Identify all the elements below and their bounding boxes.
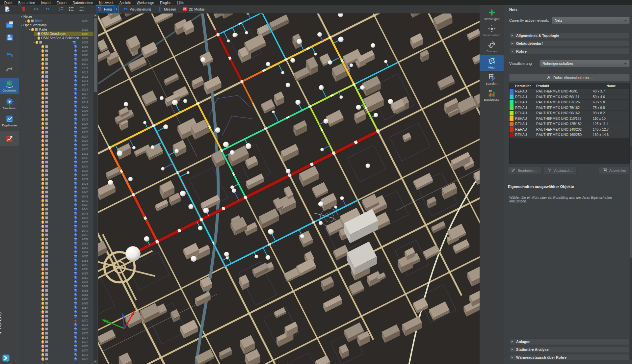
tree-row[interactable]: Holbeinstraße 125, Holbeinstra1042 [19, 198, 93, 203]
tree-row[interactable]: ▾OpenStreetMap [19, 23, 93, 27]
visibility-bulb-icon[interactable] [36, 41, 38, 44]
visibility-bulb-icon[interactable] [41, 203, 44, 207]
selection-checkbox[interactable] [45, 161, 48, 164]
visibility-bulb-icon[interactable] [41, 191, 44, 194]
mode-ergebnisse[interactable]: Ergebnisse [0, 113, 19, 129]
tree-row[interactable]: Schandauer Straße 61 HH1006 [19, 44, 93, 49]
visualization-button[interactable]: Visualisierung [122, 5, 152, 13]
tree-row[interactable]: Pillnitzer Landstraße 281065 [19, 297, 93, 301]
visibility-bulb-icon[interactable] [41, 289, 44, 292]
tree-row[interactable]: OSM-Gebäude1011 [19, 66, 93, 70]
undo-button[interactable] [5, 51, 14, 60]
selection-checkbox[interactable] [45, 156, 48, 159]
visibility-bulb-icon[interactable] [41, 263, 44, 267]
tree-row[interactable]: Thiemestraße 81017 [19, 91, 93, 96]
selection-checkbox[interactable] [45, 182, 48, 185]
selection-checkbox[interactable] [45, 242, 48, 245]
visibility-bulb-icon[interactable] [41, 327, 44, 331]
visibility-bulb-icon[interactable] [41, 126, 44, 130]
tree-row[interactable]: OSM-Gebäude1059 [19, 271, 93, 275]
selection-checkbox[interactable] [45, 79, 48, 82]
menu-item-bearbeiten[interactable]: Bearbeiten [15, 1, 38, 5]
visibility-bulb-icon[interactable] [41, 310, 44, 314]
visibility-bulb-icon[interactable] [41, 302, 44, 305]
visibility-bulb-icon[interactable] [41, 349, 44, 352]
menu-item-plugins[interactable]: Plugins [157, 1, 174, 5]
tree-row[interactable]: Thielaustraße 41058 [19, 267, 93, 271]
visibility-bulb-icon[interactable] [41, 255, 44, 258]
item-list-button[interactable] [67, 5, 75, 13]
selection-checkbox[interactable] [45, 92, 48, 95]
visibility-bulb-icon[interactable] [41, 306, 44, 309]
tree-row[interactable]: Heinrich-Schütz-Straße 221067 [19, 305, 93, 310]
selection-checkbox[interactable] [45, 135, 48, 138]
section-allgemeines-topologie[interactable]: ▶Allgemeines & Topologie [509, 32, 630, 39]
tree-row[interactable]: Mühlbacher Straße 10, Mühlba1049 [19, 228, 93, 233]
visibility-bulb-icon[interactable] [41, 131, 44, 134]
visibility-bulb-icon[interactable] [41, 105, 44, 108]
selection-checkbox[interactable] [45, 71, 48, 74]
selection-checkbox[interactable] [45, 186, 48, 189]
visibility-bulb-icon[interactable] [41, 242, 44, 245]
tree-row[interactable]: Hüblerstraße 191076 [19, 344, 93, 348]
selection-checkbox[interactable] [45, 152, 48, 155]
tool-ergebnisse[interactable]: Ergebnisse [480, 87, 504, 103]
tree-row[interactable]: OSM-Gebäude1018 [19, 96, 93, 100]
menu-item-hilfe[interactable]: Hilfe [174, 1, 187, 5]
selection-checkbox[interactable] [45, 332, 48, 335]
tree-row[interactable]: Toeplerstraße 71071 [19, 323, 93, 327]
visibility-bulb-icon[interactable] [41, 173, 44, 177]
selection-checkbox[interactable] [45, 246, 48, 249]
selection-checkbox[interactable] [45, 276, 48, 279]
visibility-bulb-icon[interactable] [41, 186, 44, 190]
visibility-bulb-icon[interactable] [41, 101, 44, 104]
visibility-bulb-icon[interactable] [41, 84, 44, 87]
selection-checkbox[interactable] [45, 229, 48, 232]
filter-list-button[interactable] [78, 5, 85, 13]
tree-row[interactable]: OSM-Gebäude1060 [19, 275, 93, 280]
edit-pipe-button[interactable]: Bearbeiten... [507, 167, 541, 174]
tree-row[interactable]: Bodenbacher Straße 16, Boden1078 [19, 352, 93, 357]
selection-checkbox[interactable] [45, 173, 48, 176]
visibility-bulb-icon[interactable] [27, 19, 30, 23]
visibility-bulb-icon[interactable] [41, 54, 44, 57]
tree-row[interactable]: Elsasser Straße 1, Elsasser Straß1051 [19, 237, 93, 241]
tree-row[interactable]: Hans-Böhm-Straße 21062 [19, 284, 93, 288]
tool-netz[interactable]: Netz [480, 55, 504, 71]
tree-row[interactable]: OSM-Gebäude1040 [19, 190, 93, 194]
tree-row[interactable]: OSM-Gebäude1038 [19, 181, 93, 186]
tree-row[interactable]: ▸Netz1000 [19, 19, 93, 23]
tree-row[interactable]: Stresemannplatz 21023 [19, 117, 93, 121]
visibility-bulb-icon[interactable] [41, 199, 44, 202]
section-wärmeaustausch-über-rohre[interactable]: ▶Wärmeaustausch über Rohre [509, 354, 630, 361]
tree-row[interactable]: Robert-Diez-Straße 131021 [19, 109, 93, 113]
tree-row[interactable]: Beilstraße 171028 [19, 139, 93, 143]
panel-scroll-thumb[interactable] [630, 160, 632, 258]
chevron-right-icon[interactable]: ▸ [24, 20, 27, 22]
tree-row[interactable]: Goetheallee 36a1033 [19, 160, 93, 164]
menu-item-datei[interactable]: Datei [1, 1, 15, 5]
tree-row[interactable]: Altenberger Straße 30, Altenber1035 [19, 169, 93, 173]
tree-row[interactable]: OSM-Gebäude1031 [19, 151, 93, 156]
selection-checkbox[interactable] [45, 122, 48, 125]
visibility-bulb-icon[interactable] [41, 143, 44, 147]
mode-geometrie[interactable]: Geometrie [0, 78, 19, 94]
visibility-bulb-icon[interactable] [38, 32, 40, 36]
exchange-pipe-button[interactable]: Austausch... [544, 167, 577, 174]
visibility-bulb-icon[interactable] [41, 79, 44, 83]
tree-row[interactable]: Winterbergstraße 18c1020 [19, 104, 93, 109]
chevron-down-icon[interactable]: ▾ [20, 24, 23, 27]
tree-row[interactable]: Altenberger Straße 291044 [19, 207, 93, 211]
visibility-bulb-icon[interactable] [41, 208, 44, 211]
selection-checkbox[interactable] [45, 259, 48, 262]
visualisierung-dropdown[interactable]: Rohreigenschaften [540, 60, 630, 67]
measure-button[interactable]: Messen [156, 5, 177, 13]
tree-row[interactable]: Augsburger Straße 881070 [19, 318, 93, 323]
selection-checkbox[interactable] [45, 114, 48, 117]
tree-row[interactable]: Jacobistraße 221045 [19, 211, 93, 216]
section-gebäudebedarf[interactable]: ▶Gebäudebedarf [509, 40, 630, 47]
selection-checkbox[interactable] [45, 263, 48, 266]
selection-checkbox[interactable] [45, 109, 48, 112]
table-row[interactable]: REHAU RAUTHERMEX UNO 63/126 63 x 5.8 [510, 100, 629, 105]
selection-checkbox[interactable] [45, 148, 48, 151]
